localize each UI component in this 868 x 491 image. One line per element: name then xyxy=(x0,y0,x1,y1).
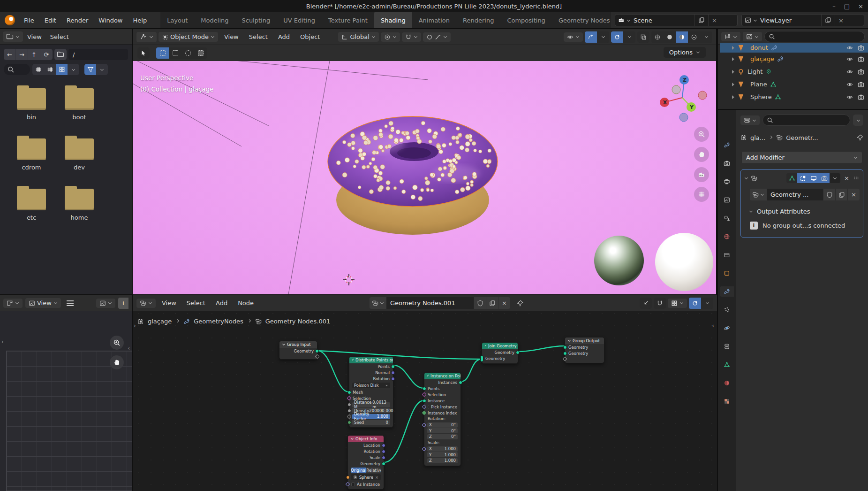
image-view-menu[interactable]: View xyxy=(25,298,61,308)
refresh-button[interactable]: ⟳ xyxy=(40,49,53,60)
socket-rotation-out[interactable] xyxy=(391,377,395,381)
socket-geometry-in[interactable] xyxy=(563,345,567,349)
snap-mode-dropdown[interactable] xyxy=(668,299,687,308)
hide-eye-icon[interactable] xyxy=(846,69,853,75)
editor-type-dropdown[interactable] xyxy=(3,299,23,308)
outliner-item-donut[interactable]: donut xyxy=(720,43,868,53)
scale-y-field[interactable]: Y1.000 xyxy=(427,452,458,457)
socket-geometry-multi-in[interactable] xyxy=(480,355,483,362)
node-group-browse-dropdown[interactable] xyxy=(750,189,767,200)
breadcrumb-modifier[interactable]: GeometryNodes xyxy=(194,318,243,325)
file-select-menu[interactable]: Select xyxy=(46,32,73,42)
node-select-menu[interactable]: Select xyxy=(182,298,210,308)
socket-points-in[interactable] xyxy=(423,387,426,391)
node-group-output[interactable]: Group Output Geometry Geometry xyxy=(565,337,604,363)
perspective-toggle-button[interactable] xyxy=(694,187,709,202)
node-join-geometry[interactable]: Join Geometry Geometry Geometry xyxy=(482,342,518,364)
viewlayer-unlink-icon[interactable]: × xyxy=(835,15,847,26)
light-data-icon[interactable] xyxy=(765,69,772,75)
tab-scene[interactable] xyxy=(720,213,734,223)
select-circle-mode[interactable] xyxy=(181,47,194,59)
sidebar-toggle-arrow[interactable]: › xyxy=(1,338,4,345)
tab-constraints[interactable] xyxy=(720,341,734,352)
mode-dropdown[interactable]: Object Mode xyxy=(159,32,218,42)
edit-mode-display-toggle[interactable] xyxy=(786,173,797,183)
output-attributes-section[interactable]: Output Attributes xyxy=(749,208,860,215)
menu-help[interactable]: Help xyxy=(128,17,152,24)
fake-user-shield-icon[interactable] xyxy=(823,189,835,200)
overlays-dropdown[interactable] xyxy=(701,298,713,309)
disable-render-icon[interactable] xyxy=(858,94,864,100)
menu-file[interactable]: File xyxy=(19,17,39,24)
viewlayer-icon[interactable] xyxy=(742,15,760,26)
minimize-button[interactable]: – xyxy=(832,3,836,10)
as-instance-checkbox[interactable] xyxy=(351,483,355,486)
socket-rotation-out[interactable] xyxy=(382,450,385,453)
node-tree-name[interactable]: Geometry Nodes.001 xyxy=(386,297,474,309)
rotation-x-field[interactable]: X0° xyxy=(427,422,458,428)
node-group-input[interactable]: Group Input Geometry xyxy=(279,341,317,360)
distribution-method-dropdown[interactable]: Poisson Disk xyxy=(352,383,390,388)
scene-unlink-icon[interactable]: × xyxy=(708,15,720,26)
forward-button[interactable]: → xyxy=(16,49,28,60)
snap-magnet-icon[interactable] xyxy=(654,298,666,309)
hide-eye-icon[interactable] xyxy=(846,81,853,88)
blender-logo-icon[interactable] xyxy=(5,15,15,25)
node-group-selector[interactable]: Geometry ... × xyxy=(750,189,860,200)
tab-tool[interactable] xyxy=(720,140,734,150)
seed-field[interactable]: Seed0 xyxy=(352,420,390,425)
modifier-extras-dropdown[interactable] xyxy=(830,173,840,183)
filter-toggle[interactable] xyxy=(84,64,96,75)
viewlayer-copy-icon[interactable] xyxy=(821,15,835,26)
outliner-item-plane[interactable]: Plane xyxy=(720,78,868,91)
tab-geometry-nodes[interactable]: Geometry Nodes xyxy=(552,12,611,29)
clear-object-icon[interactable]: × xyxy=(375,475,378,480)
snap-target-icon[interactable] xyxy=(640,298,652,309)
hide-eye-icon[interactable] xyxy=(846,94,853,100)
remove-modifier-icon[interactable]: × xyxy=(843,175,851,182)
node-add-menu[interactable]: Add xyxy=(211,298,232,308)
socket-geometry-out[interactable] xyxy=(516,351,520,354)
camera-view-button[interactable] xyxy=(694,167,709,182)
pick-instance-checkbox[interactable] xyxy=(428,405,429,409)
breadcrumb-modifier[interactable]: Geometr... xyxy=(786,134,818,141)
folder-dev[interactable]: dev xyxy=(55,138,103,171)
editor-type-dropdown[interactable] xyxy=(740,115,760,125)
menu-render[interactable]: Render xyxy=(61,17,93,24)
properties-search-input[interactable] xyxy=(762,115,850,126)
hide-eye-icon[interactable] xyxy=(846,56,853,62)
new-copy-icon[interactable] xyxy=(835,189,847,200)
select-menu[interactable]: Select xyxy=(245,32,272,42)
collapse-icon[interactable] xyxy=(745,176,748,179)
shading-dropdown[interactable] xyxy=(700,31,712,43)
node-distribute-points-on-faces[interactable]: Distribute Points on Faces Points Normal… xyxy=(349,356,393,428)
folder-etc[interactable]: etc xyxy=(8,189,55,221)
add-modifier-button[interactable]: Add Modifier xyxy=(741,151,862,164)
node-node-menu[interactable]: Node xyxy=(234,298,258,308)
options-button[interactable]: Options xyxy=(664,47,706,58)
tab-output[interactable] xyxy=(720,176,734,187)
object-picker-field[interactable]: Sphere × xyxy=(351,474,381,480)
scene-name[interactable]: Scene xyxy=(634,17,694,24)
overlays-toggle[interactable] xyxy=(689,298,701,309)
drag-handle-icon[interactable] xyxy=(853,175,860,182)
render-display-toggle[interactable] xyxy=(819,173,830,183)
hide-eye-icon[interactable] xyxy=(846,45,853,51)
display-mode-dropdown[interactable] xyxy=(68,64,79,75)
scene-selector[interactable]: Scene × xyxy=(615,14,738,26)
close-button[interactable]: × xyxy=(858,3,863,10)
viewport-display-toggle[interactable] xyxy=(808,173,819,183)
pan-button[interactable] xyxy=(110,355,124,369)
socket-mesh-in[interactable] xyxy=(347,391,351,394)
menus-collapsed-icon[interactable] xyxy=(67,300,74,301)
file-search-input[interactable] xyxy=(4,64,30,75)
image-browse-dropdown[interactable] xyxy=(96,299,115,308)
viewlayer-selector[interactable]: ViewLayer × xyxy=(741,14,864,26)
socket-object-in[interactable] xyxy=(346,476,350,479)
create-folder-button[interactable] xyxy=(54,49,67,60)
expand-icon[interactable] xyxy=(732,95,734,99)
scene-icon[interactable] xyxy=(615,15,634,26)
tab-particles[interactable] xyxy=(720,305,734,315)
tab-animation[interactable]: Animation xyxy=(412,12,456,29)
breadcrumb-node-tree[interactable]: Geometry Nodes.001 xyxy=(265,318,331,325)
